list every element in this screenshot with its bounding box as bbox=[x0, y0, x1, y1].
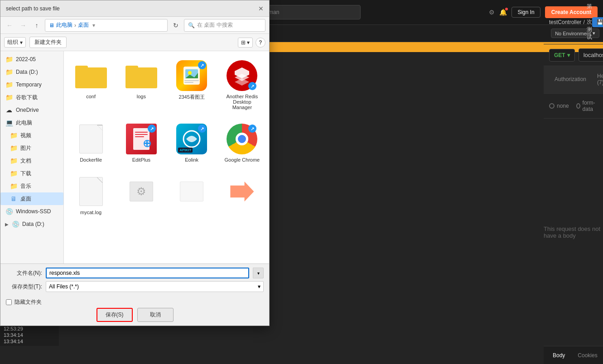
help-button[interactable]: ? bbox=[256, 38, 265, 48]
partial-gear-icon: ⚙ bbox=[125, 175, 158, 208]
save-dialog-button[interactable]: 保存(S) bbox=[96, 308, 133, 322]
file-name: 2345看图王 bbox=[178, 94, 204, 101]
timestamp-1: 12:53:29 bbox=[4, 326, 55, 331]
refresh-button[interactable]: ↻ bbox=[170, 20, 181, 31]
sidebar-temporary[interactable]: 📁 Temporary bbox=[0, 78, 63, 91]
sidebar-video[interactable]: 📁 视频 bbox=[0, 129, 63, 142]
file-content: conf logs bbox=[64, 51, 269, 263]
app-redis-icon: ↗ bbox=[226, 59, 258, 92]
breadcrumb-path: testController / 第一次测试 bbox=[549, 3, 592, 41]
sidebar-music[interactable]: 📁 音乐 bbox=[0, 180, 63, 192]
file-grid: conf logs bbox=[68, 56, 265, 219]
sidebar-documents[interactable]: 📁 文档 bbox=[0, 154, 63, 167]
sidebar-this-pc[interactable]: 💻 此电脑 bbox=[0, 116, 63, 129]
dialog-body: 📁 2022-05 📁 Data (D:) 📁 Temporary 📁 谷歌下载… bbox=[0, 51, 269, 263]
filename-dropdown[interactable]: ▾ bbox=[253, 268, 264, 278]
sidebar-data-d[interactable]: 📁 Data (D:) bbox=[0, 66, 63, 78]
forward-button[interactable]: → bbox=[18, 20, 29, 31]
sidebar-downloads[interactable]: 📁 下载 bbox=[0, 167, 63, 180]
file-item-editplus[interactable]: ↗ EditPlus bbox=[119, 119, 164, 166]
file-item-partial-3[interactable] bbox=[220, 172, 265, 219]
tab-headers[interactable]: Headers (7) bbox=[592, 69, 603, 90]
svg-rect-8 bbox=[184, 80, 199, 81]
view-toggle[interactable]: ⊞ ▾ bbox=[238, 38, 253, 48]
sidebar-desktop[interactable]: 🖥 桌面 bbox=[0, 192, 63, 205]
breadcrumb-action: 第一次测试 bbox=[587, 3, 592, 41]
svg-point-6 bbox=[188, 71, 192, 75]
sidebar-onedrive[interactable]: ☁ OneDrive bbox=[0, 104, 63, 116]
sidebar-2022[interactable]: 📁 2022-05 bbox=[0, 53, 63, 66]
hide-folders-label: 隐藏文件夹 bbox=[14, 298, 42, 306]
sign-in-button[interactable]: Sign In bbox=[511, 7, 540, 18]
file-item-logs[interactable]: logs bbox=[119, 56, 164, 114]
file-item-eolink[interactable]: APIKIT ↗ Eolink bbox=[169, 119, 214, 166]
footer-tab-cookies[interactable]: Cookies bbox=[574, 350, 601, 360]
drive-icon: 💿 bbox=[5, 207, 13, 216]
file-name: conf bbox=[86, 94, 96, 99]
body-options: none form-data x-www-form-urlencoded raw… bbox=[544, 94, 603, 119]
filename-input[interactable] bbox=[46, 268, 249, 278]
organize-button[interactable]: 组织 ▾ bbox=[4, 37, 26, 48]
path-dropdown[interactable]: ▾ bbox=[92, 22, 95, 29]
none-option[interactable]: none bbox=[549, 103, 569, 109]
back-button[interactable]: ← bbox=[4, 20, 15, 31]
request-tabs: Authorization Headers (7) Body Pre-reque… bbox=[544, 66, 603, 94]
app-2345-icon: ↗ bbox=[175, 59, 208, 92]
path-desktop[interactable]: 桌面 bbox=[78, 21, 89, 29]
up-button[interactable]: ↑ bbox=[31, 20, 42, 31]
bell-icon[interactable]: 🔔 bbox=[499, 9, 507, 16]
svg-marker-12 bbox=[235, 78, 249, 86]
view-options: ⊞ ▾ ? bbox=[238, 38, 265, 48]
search-bar[interactable]: 🔍 在 桌面 中搜索 bbox=[184, 19, 265, 32]
file-name: Another Redis Desktop Manager bbox=[224, 94, 260, 110]
form-data-option[interactable]: form-data bbox=[576, 100, 597, 112]
sidebar-google-downloads[interactable]: 📁 谷歌下载 bbox=[0, 91, 63, 104]
sidebar-windows-ssd[interactable]: 💿 Windows-SSD bbox=[0, 205, 63, 218]
breadcrumb-separator: / bbox=[583, 19, 584, 25]
app-editplus-icon: ↗ bbox=[125, 123, 158, 155]
filetype-label: 保存类型(T): bbox=[6, 283, 42, 291]
filetype-row: 保存类型(T): All Files (*.*) ▾ bbox=[6, 281, 264, 292]
filetype-select[interactable]: All Files (*.*) ▾ bbox=[46, 281, 264, 292]
drive-icon: 💿 bbox=[11, 220, 19, 228]
dialog-toolbar: ← → ↑ 🖥 此电脑 › 桌面 ▾ ↻ 🔍 在 桌面 中搜索 bbox=[0, 17, 269, 34]
breadcrumb-controller: testController bbox=[549, 19, 581, 25]
folder-icon: 📁 bbox=[10, 169, 18, 177]
file-item-2345[interactable]: ↗ 2345看图王 bbox=[169, 56, 214, 114]
save-button[interactable]: 💾 Save ▾ bbox=[592, 17, 603, 27]
cancel-dialog-button[interactable]: 取消 bbox=[137, 308, 174, 322]
svg-rect-0 bbox=[75, 67, 107, 88]
svg-rect-15 bbox=[135, 134, 148, 135]
file-name: EditPlus bbox=[132, 157, 150, 163]
file-name: Google Chrome bbox=[225, 157, 260, 163]
timestamp-list: 12:53:29 13:34:14 13:34:14 bbox=[0, 324, 59, 346]
svg-rect-14 bbox=[135, 132, 148, 133]
gear-icon[interactable]: ⚙ bbox=[489, 9, 495, 16]
tab-authorization[interactable]: Authorization bbox=[549, 72, 592, 87]
file-item-dockerfile[interactable]: Dockerfile bbox=[68, 119, 113, 166]
file-item-partial-2[interactable] bbox=[169, 172, 214, 219]
organize-chevron: ▾ bbox=[20, 39, 23, 46]
file-item-conf[interactable]: conf bbox=[68, 56, 113, 114]
method-selector[interactable]: GET ▾ bbox=[549, 49, 575, 62]
file-save-dialog: select path to save file ✕ ← → ↑ 🖥 此电脑 ›… bbox=[0, 0, 270, 326]
dialog-close-button[interactable]: ✕ bbox=[256, 4, 265, 13]
hide-folders-checkbox[interactable] bbox=[6, 299, 12, 305]
file-item-partial-1[interactable]: ⚙ bbox=[119, 172, 164, 219]
folder-icon: 📁 bbox=[10, 182, 18, 190]
url-input[interactable]: localhost:8089/test/easyExcel bbox=[579, 48, 603, 62]
sidebar-pictures[interactable]: 📁 图片 bbox=[0, 142, 63, 154]
file-item-mycat[interactable]: mycat.log bbox=[68, 172, 113, 219]
footer-tab-body[interactable]: Body bbox=[549, 350, 569, 360]
folder-icon: 📁 bbox=[10, 157, 18, 165]
file-item-chrome[interactable]: ↗ Google Chrome bbox=[220, 119, 265, 166]
sidebar-data-d2[interactable]: ▶ 💿 Data (D:) bbox=[0, 218, 63, 230]
dockerfile-icon bbox=[75, 123, 107, 155]
path-computer[interactable]: 此电脑 bbox=[56, 21, 72, 29]
file-item-redis[interactable]: ↗ Another Redis Desktop Manager bbox=[220, 56, 265, 114]
method-chevron: ▾ bbox=[567, 52, 570, 58]
method-label: GET bbox=[554, 52, 565, 58]
new-folder-button[interactable]: 新建文件夹 bbox=[29, 37, 67, 48]
app-eolink-icon: APIKIT ↗ bbox=[175, 123, 208, 155]
hide-folders-row: 隐藏文件夹 bbox=[6, 297, 264, 308]
